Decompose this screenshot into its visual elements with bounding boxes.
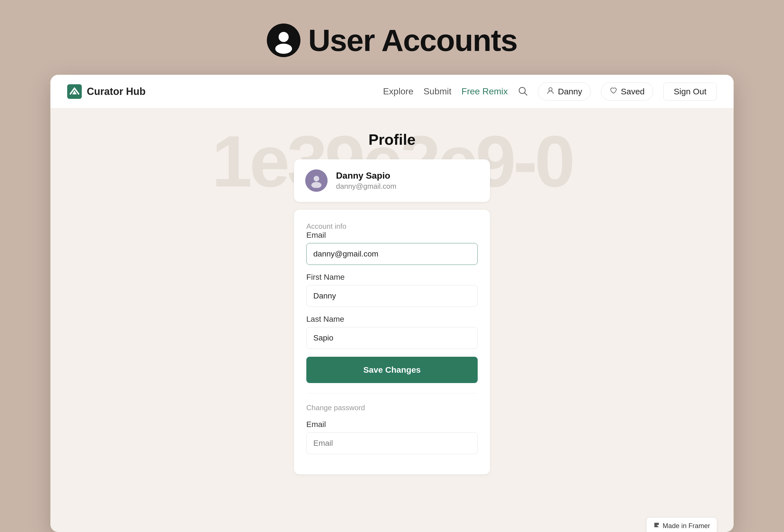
account-info-label: Account info (306, 222, 346, 230)
divider (306, 393, 478, 393)
email-input[interactable] (306, 243, 478, 265)
page-header: User Accounts (267, 22, 517, 58)
svg-point-9 (311, 182, 321, 188)
user-display-name: Danny Sapio (336, 170, 396, 181)
avatar (305, 169, 328, 192)
page-title: User Accounts (308, 22, 517, 58)
framer-icon (653, 522, 660, 530)
first-name-group: First Name (306, 273, 478, 307)
svg-point-1 (279, 32, 289, 42)
last-name-label: Last Name (306, 315, 478, 324)
change-password-label: Change password (306, 403, 478, 412)
framer-badge-text: Made in Framer (663, 522, 710, 530)
heart-icon (610, 86, 617, 96)
user-icon (547, 86, 554, 96)
user-button-label: Danny (558, 87, 582, 96)
saved-button-label: Saved (621, 87, 645, 96)
curator-logo-icon (67, 84, 82, 99)
browser-window: Curator Hub Explore Submit Free Remix (50, 75, 734, 532)
profile-container: Profile Danny Sapio danny@gmail.com Acco… (294, 131, 490, 474)
save-changes-button[interactable]: Save Changes (306, 357, 478, 383)
profile-title: Profile (294, 131, 490, 148)
first-name-label: First Name (306, 273, 478, 282)
main-content: 1e39e2e9-0 Profile Danny Sapio danny@gma… (50, 108, 734, 532)
form-card: Account info Email First Name Last Name … (294, 210, 490, 474)
logo-text: Curator Hub (87, 86, 146, 97)
nav-explore[interactable]: Explore (383, 86, 414, 96)
svg-point-2 (275, 44, 292, 54)
user-accounts-icon (267, 24, 301, 57)
navbar-right: Explore Submit Free Remix Danny (383, 82, 717, 101)
email-group: Email (306, 231, 478, 265)
nav-free-remix[interactable]: Free Remix (461, 86, 508, 96)
svg-line-6 (525, 93, 527, 95)
framer-badge: Made in Framer (646, 518, 717, 532)
email-label: Email (306, 231, 478, 240)
password-email-input[interactable] (306, 432, 478, 454)
last-name-group: Last Name (306, 315, 478, 349)
navbar: Curator Hub Explore Submit Free Remix (50, 75, 734, 108)
user-button[interactable]: Danny (538, 82, 591, 101)
svg-point-8 (314, 176, 319, 181)
nav-submit[interactable]: Submit (424, 86, 452, 96)
svg-point-7 (549, 88, 552, 91)
password-email-label: Email (306, 420, 478, 429)
first-name-input[interactable] (306, 285, 478, 307)
last-name-input[interactable] (306, 327, 478, 349)
saved-button[interactable]: Saved (601, 82, 653, 101)
user-card: Danny Sapio danny@gmail.com (294, 159, 490, 202)
user-display-email: danny@gmail.com (336, 182, 396, 191)
signout-button[interactable]: Sign Out (663, 83, 717, 101)
user-info: Danny Sapio danny@gmail.com (336, 170, 396, 191)
search-icon[interactable] (518, 86, 528, 97)
password-email-group: Email (306, 420, 478, 454)
navbar-left: Curator Hub (67, 84, 146, 99)
